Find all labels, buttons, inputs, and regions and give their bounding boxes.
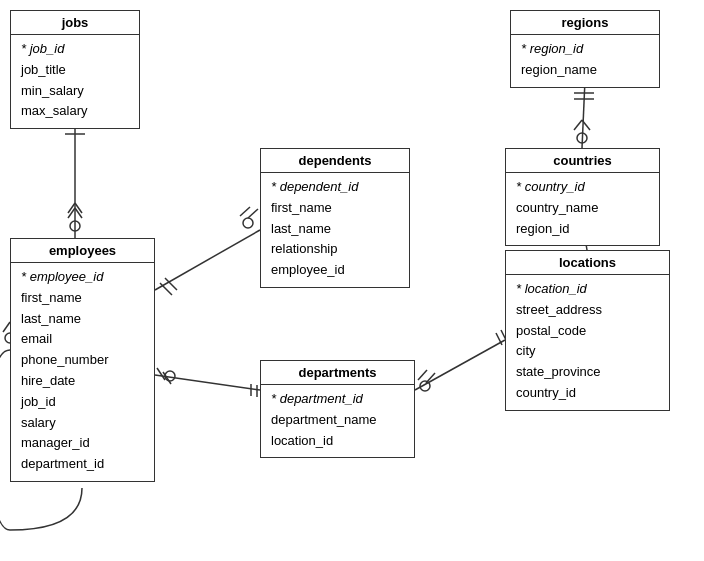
entity-dependents-body: * dependent_id first_name last_name rela…: [261, 173, 409, 287]
entity-regions: regions * region_id region_name: [510, 10, 660, 88]
jobs-field-0: * job_id: [21, 39, 129, 60]
svg-point-17: [165, 371, 175, 381]
entity-employees-header: employees: [11, 239, 154, 263]
svg-line-27: [574, 120, 582, 130]
locations-field-5: country_id: [516, 383, 659, 404]
entity-regions-body: * region_id region_name: [511, 35, 659, 87]
svg-line-6: [68, 203, 75, 213]
dependents-field-4: employee_id: [271, 260, 399, 281]
svg-line-10: [165, 278, 177, 290]
svg-line-5: [75, 208, 82, 218]
svg-line-21: [3, 322, 10, 332]
svg-line-37: [418, 370, 427, 380]
entity-jobs-body: * job_id job_title min_salary max_salary: [11, 35, 139, 128]
entity-locations-body: * location_id street_address postal_code…: [506, 275, 669, 410]
svg-line-35: [415, 340, 505, 390]
svg-line-38: [426, 373, 435, 383]
regions-field-0: * region_id: [521, 39, 649, 60]
locations-field-3: city: [516, 341, 659, 362]
entity-countries-body: * country_id country_name region_id: [506, 173, 659, 245]
svg-line-15: [157, 368, 165, 380]
dependents-field-2: last_name: [271, 219, 399, 240]
entity-jobs-header: jobs: [11, 11, 139, 35]
departments-field-2: location_id: [271, 431, 404, 452]
svg-point-3: [70, 221, 80, 231]
entity-departments-header: departments: [261, 361, 414, 385]
entity-regions-header: regions: [511, 11, 659, 35]
departments-field-0: * department_id: [271, 389, 404, 410]
svg-point-26: [577, 133, 587, 143]
entity-locations-header: locations: [506, 251, 669, 275]
dependents-field-3: relationship: [271, 239, 399, 260]
entity-dependents-header: dependents: [261, 149, 409, 173]
regions-field-1: region_name: [521, 60, 649, 81]
employees-field-4: phone_number: [21, 350, 144, 371]
svg-line-13: [248, 209, 258, 218]
employees-field-0: * employee_id: [21, 267, 144, 288]
locations-field-2: postal_code: [516, 321, 659, 342]
svg-line-7: [75, 203, 82, 213]
svg-line-14: [155, 375, 260, 390]
entity-countries: countries * country_id country_name regi…: [505, 148, 660, 246]
svg-line-16: [163, 372, 171, 384]
employees-field-2: last_name: [21, 309, 144, 330]
jobs-field-2: min_salary: [21, 81, 129, 102]
departments-field-1: department_name: [271, 410, 404, 431]
svg-line-12: [240, 207, 250, 216]
svg-line-8: [155, 230, 260, 290]
svg-point-11: [243, 218, 253, 228]
entity-employees-body: * employee_id first_name last_name email…: [11, 263, 154, 481]
svg-point-36: [420, 381, 430, 391]
svg-line-39: [496, 333, 502, 345]
jobs-field-3: max_salary: [21, 101, 129, 122]
svg-line-23: [582, 80, 585, 148]
employees-field-5: hire_date: [21, 371, 144, 392]
er-diagram: jobs * job_id job_title min_salary max_s…: [0, 0, 704, 561]
locations-field-0: * location_id: [516, 279, 659, 300]
entity-locations: locations * location_id street_address p…: [505, 250, 670, 411]
dependents-field-1: first_name: [271, 198, 399, 219]
svg-line-4: [68, 208, 75, 218]
entity-jobs: jobs * job_id job_title min_salary max_s…: [10, 10, 140, 129]
employees-field-3: email: [21, 329, 144, 350]
employees-field-8: manager_id: [21, 433, 144, 454]
entity-departments-body: * department_id department_name location…: [261, 385, 414, 457]
employees-field-9: department_id: [21, 454, 144, 475]
entity-dependents: dependents * dependent_id first_name las…: [260, 148, 410, 288]
locations-field-1: street_address: [516, 300, 659, 321]
employees-field-6: job_id: [21, 392, 144, 413]
entity-employees: employees * employee_id first_name last_…: [10, 238, 155, 482]
countries-field-0: * country_id: [516, 177, 649, 198]
svg-line-9: [160, 283, 172, 295]
dependents-field-0: * dependent_id: [271, 177, 399, 198]
entity-departments: departments * department_id department_n…: [260, 360, 415, 458]
countries-field-2: region_id: [516, 219, 649, 240]
employees-field-1: first_name: [21, 288, 144, 309]
employees-field-7: salary: [21, 413, 144, 434]
svg-line-28: [582, 120, 590, 130]
jobs-field-1: job_title: [21, 60, 129, 81]
countries-field-1: country_name: [516, 198, 649, 219]
entity-countries-header: countries: [506, 149, 659, 173]
locations-field-4: state_province: [516, 362, 659, 383]
